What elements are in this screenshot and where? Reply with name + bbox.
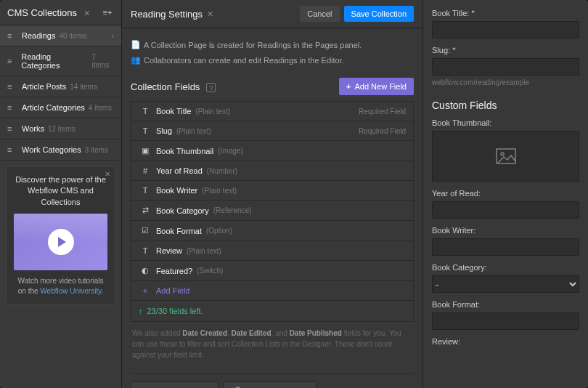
collection-item[interactable]: ≡ Article Posts 14 items [0, 76, 121, 97]
users-icon: 👥 [131, 55, 144, 65]
collection-name: Article Categories [22, 103, 85, 112]
field-type: (Option) [206, 227, 232, 235]
fields-note: We also added Date Created, Date Edited,… [131, 322, 414, 366]
list-icon: ≡ [7, 82, 17, 91]
settings-panel: Reading Settings ✕ Cancel Save Collectio… [122, 0, 422, 388]
promo-footer: Watch more video tutorials on the Webflo… [14, 276, 107, 296]
field-row[interactable]: TSlug(Plain text)Required Field [131, 121, 413, 141]
info-text: Collaborators can create and edit Readin… [144, 56, 344, 65]
promo-video-thumb[interactable] [14, 214, 107, 270]
field-row[interactable]: TBook Writer(Plain text) [131, 181, 413, 201]
field-name: Review [156, 246, 182, 255]
close-icon[interactable]: ✕ [207, 9, 213, 19]
review-label: Review: [432, 337, 579, 346]
collection-count: 7 items [91, 53, 114, 69]
delete-collection-button[interactable]: 🗑Delete Collection [131, 381, 219, 388]
collection-name: Reading Categories [21, 52, 88, 70]
add-collection-icon[interactable]: ≡+ [101, 6, 114, 19]
required-label: Required Field [359, 108, 406, 116]
list-icon: ≡ [7, 103, 17, 112]
collection-fields-heading: Collection Fields [131, 81, 200, 92]
cms-sidebar: CMS Collections ✕ ≡+ ≡ Readings 40 items… [0, 0, 122, 388]
collection-item[interactable]: ≡ Works 12 items [0, 118, 121, 140]
book-title-input[interactable] [432, 21, 579, 39]
category-select[interactable]: - [432, 275, 579, 293]
thumbnail-dropzone[interactable] [432, 131, 579, 182]
book-title-label: Book Title: * [432, 9, 579, 17]
field-type: (Number) [207, 167, 237, 175]
field-type: (Image) [218, 147, 242, 155]
list-icon: ≡ [7, 124, 17, 133]
year-label: Year of Read: [432, 189, 579, 198]
slug-label: Slug: * [432, 46, 579, 54]
chevron-right-icon: › [111, 31, 114, 40]
format-label: Book Format: [432, 300, 579, 309]
list-icon: ≡ [7, 145, 17, 154]
sidebar-title: CMS Collections [7, 7, 77, 18]
list-icon: ≡ [7, 57, 17, 65]
field-type: (Switch) [197, 267, 223, 275]
fields-list: TBook Title(Plain text)Required Field TS… [131, 101, 414, 301]
writer-label: Book Writer: [432, 226, 579, 235]
custom-fields-heading: Custom Fields [432, 100, 579, 111]
save-collection-button[interactable]: Save Collection [344, 6, 414, 22]
thumbnail-label: Book Thumbnail: [432, 118, 579, 127]
settings-title: Reading Settings [131, 9, 203, 20]
slug-input[interactable] [432, 58, 579, 76]
collection-name: Readings [22, 31, 55, 40]
close-icon[interactable]: ✕ [105, 170, 110, 178]
add-new-field-button[interactable]: Add New Field [339, 78, 414, 95]
field-name: Book Title [156, 107, 191, 116]
switch-icon: ◐ [139, 266, 152, 275]
image-icon: ▣ [139, 146, 152, 155]
view-connections-button[interactable]: 🔗View Connections [223, 381, 317, 388]
field-type: (Reference) [213, 206, 252, 214]
text-icon: T [139, 126, 152, 135]
collection-name: Work Categories [22, 145, 81, 154]
info-row: 📄A Collection Page is created for Readin… [131, 37, 414, 52]
help-icon[interactable]: ? [206, 83, 216, 92]
svg-point-1 [501, 153, 504, 155]
number-icon: # [139, 166, 152, 175]
format-input[interactable] [432, 312, 579, 330]
field-row[interactable]: ◐Featured?(Switch) [131, 261, 413, 281]
collection-item[interactable]: ≡ Article Categories 4 items [0, 97, 121, 118]
add-field-label: Add Field [156, 286, 189, 295]
field-row[interactable]: ☑Book Format(Option) [131, 221, 413, 241]
collection-item[interactable]: ≡ Reading Categories 7 items [0, 47, 121, 76]
field-name: Book Format [156, 227, 202, 235]
collection-item[interactable]: ≡ Work Categories 3 items [0, 140, 121, 161]
field-name: Year of Read [156, 166, 203, 175]
writer-input[interactable] [432, 238, 579, 256]
add-field-row[interactable]: +Add Field [131, 281, 413, 300]
field-type: (Plain text) [187, 247, 221, 255]
page-icon: 📄 [131, 40, 144, 49]
collection-count: 3 items [85, 146, 108, 154]
field-row[interactable]: ⇄Book Category(Reference) [131, 201, 413, 221]
text-icon: T [139, 107, 152, 116]
field-row[interactable]: TBook Title(Plain text)Required Field [131, 102, 413, 121]
webflow-university-link[interactable]: Webflow University [40, 287, 101, 295]
option-icon: ☑ [139, 226, 152, 235]
category-label: Book Category: [432, 263, 579, 272]
collection-count: 40 items [59, 32, 86, 40]
year-input[interactable] [432, 201, 579, 219]
collections-list: ≡ Readings 40 items › ≡ Reading Categori… [0, 25, 121, 161]
collection-count: 14 items [70, 83, 97, 91]
close-icon[interactable]: ✕ [83, 9, 90, 17]
field-name: Book Thumbnail [156, 147, 213, 155]
collection-name: Article Posts [22, 82, 66, 91]
cancel-button[interactable]: Cancel [300, 6, 339, 22]
list-icon: ≡ [7, 31, 17, 40]
text-icon: T [139, 246, 152, 255]
promo-card: ✕ Discover the power of the Webflow CMS … [6, 166, 115, 304]
field-row[interactable]: ▣Book Thumbnail(Image) [131, 141, 413, 161]
promo-headline: Discover the power of the Webflow CMS an… [14, 174, 107, 208]
collection-item-readings[interactable]: ≡ Readings 40 items › [0, 25, 121, 47]
collection-count: 12 items [48, 125, 75, 133]
sidebar-header: CMS Collections ✕ ≡+ [0, 0, 121, 25]
field-row[interactable]: #Year of Read(Number) [131, 161, 413, 181]
settings-header: Reading Settings ✕ Cancel Save Collectio… [122, 0, 422, 28]
field-row[interactable]: TReview(Plain text) [131, 241, 413, 261]
fields-remaining: 23/30 fields left. [131, 301, 414, 322]
